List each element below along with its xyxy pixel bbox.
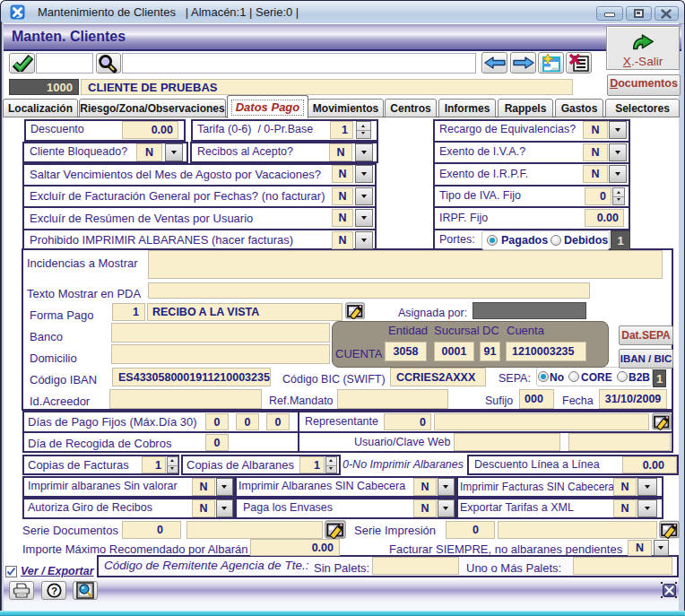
svg-text:?: ? [51, 586, 57, 596]
